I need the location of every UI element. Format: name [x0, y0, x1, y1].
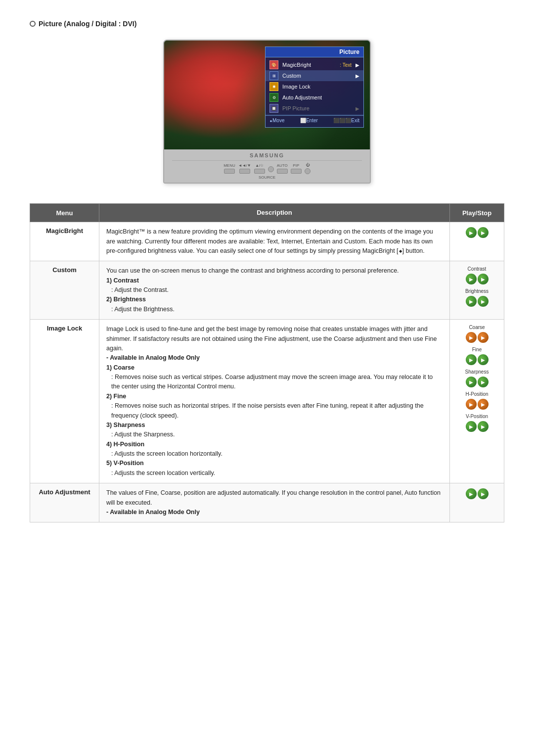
- play-buttons-autoadjust: ▶ ▶: [466, 488, 489, 499]
- osd-footer: ⬥Move ⬜Enter ⬛⬛⬛Exit: [266, 115, 363, 125]
- menu-label-magicbright: MagicBright: [46, 227, 83, 235]
- play-buttons-sharpness: ▶ ▶: [466, 377, 489, 387]
- play-btn-contrast-2[interactable]: ▶: [478, 274, 489, 284]
- play-btn-vposition-2[interactable]: ▶: [478, 421, 489, 432]
- play-btn-fine-2[interactable]: ▶: [478, 354, 489, 365]
- osd-row-imagelock: ✱ Image Lock: [266, 81, 363, 92]
- th-menu: Menu: [30, 204, 99, 222]
- play-label-hposition: H-Position: [465, 391, 488, 397]
- osd-value-magicbright: : Text: [340, 62, 352, 68]
- osd-label-pip: PIP Picture: [282, 105, 352, 111]
- play-group-fine: Fine ▶ ▶: [457, 347, 497, 365]
- circle-icon: [30, 21, 36, 27]
- osd-label-autoadjust: Auto Adjustment: [282, 94, 359, 100]
- menu-cell-imagelock: Image Lock: [30, 320, 99, 483]
- th-playstop: Play/Stop: [450, 204, 504, 222]
- menu-label-imagelock: Image Lock: [47, 325, 83, 332]
- play-label-brightness: Brightness: [465, 288, 489, 294]
- desc-cell-custom: You can use the on-screen menus to chang…: [99, 261, 450, 320]
- play-btn-brightness-2[interactable]: ▶: [478, 296, 489, 307]
- monitor-frame: Picture 🎨 MagicBright : Text ▶ ⊞: [163, 40, 371, 184]
- osd-row-magicbright: 🎨 MagicBright : Text ▶: [266, 59, 363, 70]
- play-btn-sharpness-1[interactable]: ▶: [466, 377, 477, 387]
- source-label: SOURCE: [259, 175, 275, 180]
- monitor-brand: SAMSUNG: [250, 152, 284, 158]
- btn-group-auto: AUTO: [277, 163, 288, 174]
- btn-label-vol: ▲/☆: [255, 163, 264, 168]
- btn-circle[interactable]: [268, 166, 274, 172]
- play-btn-hposition-1[interactable]: ▶: [466, 399, 477, 410]
- table-row-imagelock: Image Lock Image Lock is used to fine-tu…: [30, 320, 504, 483]
- play-group-hposition: H-Position ▶ ▶: [457, 391, 497, 410]
- play-label-sharpness: Sharpness: [465, 369, 489, 375]
- play-buttons-vposition: ▶ ▶: [466, 421, 489, 432]
- play-buttons-hposition: ▶ ▶: [466, 399, 489, 410]
- play-group-sharpness: Sharpness ▶ ▶: [457, 369, 497, 387]
- play-btn-hposition-2[interactable]: ▶: [478, 399, 489, 410]
- btn-group-circle: [268, 165, 274, 172]
- bezel-divider: [172, 160, 362, 161]
- osd-divider: [266, 114, 363, 115]
- osd-icon-magicbright: 🎨: [269, 60, 278, 69]
- monitor-bezel: SAMSUNG MENU ◄◄/▼ ▲/☆: [164, 149, 370, 183]
- osd-footer-move: ⬥Move: [269, 118, 284, 123]
- btn-group-menu: MENU: [223, 163, 235, 174]
- play-btn-autoadjust-2[interactable]: ▶: [478, 488, 489, 499]
- play-buttons-fine: ▶ ▶: [466, 354, 489, 365]
- play-label-vposition: V-Position: [466, 414, 488, 419]
- page-title: Picture (Analog / Digital : DVI): [39, 20, 136, 28]
- osd-arrow-custom: ▶: [356, 73, 359, 79]
- play-group-autoadjust: ▶ ▶: [457, 488, 497, 499]
- page-header: Picture (Analog / Digital : DVI): [30, 20, 504, 28]
- play-btn-contrast-1[interactable]: ▶: [466, 274, 477, 284]
- btn-label-pip: PIP: [293, 163, 299, 168]
- btn-label-menu: MENU: [223, 163, 235, 168]
- osd-row-custom: ⊞ Custom ▶: [266, 70, 363, 81]
- osd-arrow-magicbright: ▶: [356, 62, 359, 68]
- osd-title: Picture: [266, 47, 363, 57]
- play-btn-fine-1[interactable]: ▶: [466, 354, 477, 365]
- btn-label-auto: AUTO: [277, 163, 288, 168]
- osd-icon-autoadjust: ⚙: [269, 93, 278, 102]
- btn-group-pip: PIP: [291, 163, 302, 174]
- play-buttons-coarse: ▶ ▶: [466, 332, 489, 343]
- osd-label-custom: Custom: [282, 73, 352, 79]
- osd-body: 🎨 MagicBright : Text ▶ ⊞ Custom ▶: [266, 57, 363, 127]
- play-cell-autoadjust: ▶ ▶: [450, 483, 504, 522]
- btn-power[interactable]: [305, 168, 311, 174]
- osd-footer-exit: ⬛⬛⬛Exit: [333, 118, 359, 123]
- btn-group-magicbright: ◄◄/▼: [238, 163, 251, 174]
- play-group-contrast: Contrast ▶ ▶: [457, 266, 497, 284]
- table-row-autoadjust: Auto Adjustment The values of Fine, Coar…: [30, 483, 504, 522]
- btn-label-power: ⏻: [306, 163, 310, 167]
- desc-cell-imagelock: Image Lock is used to fine-tune and get …: [99, 320, 450, 483]
- play-btn-sharpness-2[interactable]: ▶: [478, 377, 489, 387]
- play-cell-magicbright: ▶ ▶: [450, 222, 504, 261]
- play-btn-coarse-1[interactable]: ▶: [466, 332, 477, 343]
- btn-menu[interactable]: [224, 169, 235, 174]
- btn-label-magicbright: ◄◄/▼: [238, 163, 251, 168]
- play-btn-vposition-1[interactable]: ▶: [466, 421, 477, 432]
- play-btn-autoadjust-1[interactable]: ▶: [466, 488, 477, 499]
- play-btn-magicbright-1[interactable]: ▶: [466, 227, 477, 238]
- btn-auto[interactable]: [277, 169, 288, 174]
- btn-group-power: ⏻: [305, 163, 311, 174]
- play-group-magicbright: ▶ ▶: [457, 227, 497, 238]
- description-table: Menu Description Play/Stop MagicBright M…: [30, 203, 504, 522]
- osd-icon-pip: 🔲: [269, 104, 278, 113]
- play-cell-imagelock: Coarse ▶ ▶ Fine ▶ ▶ Sharpness: [450, 320, 504, 483]
- menu-label-custom: Custom: [52, 266, 76, 274]
- btn-vol[interactable]: [254, 169, 265, 174]
- osd-row-pip: 🔲 PIP Picture ▶: [266, 103, 363, 114]
- play-buttons-magicbright: ▶ ▶: [466, 227, 489, 238]
- osd-icon-imagelock: ✱: [269, 82, 278, 91]
- menu-label-autoadjust: Auto Adjustment: [39, 488, 90, 496]
- btn-pip[interactable]: [291, 169, 302, 174]
- play-btn-coarse-2[interactable]: ▶: [478, 332, 489, 343]
- play-btn-brightness-1[interactable]: ▶: [466, 296, 477, 307]
- play-group-coarse: Coarse ▶ ▶: [457, 325, 497, 343]
- play-label-coarse: Coarse: [469, 325, 485, 330]
- play-btn-magicbright-2[interactable]: ▶: [478, 227, 489, 238]
- monitor-illustration: Picture 🎨 MagicBright : Text ▶ ⊞: [30, 40, 504, 184]
- btn-magicbright[interactable]: [239, 169, 250, 174]
